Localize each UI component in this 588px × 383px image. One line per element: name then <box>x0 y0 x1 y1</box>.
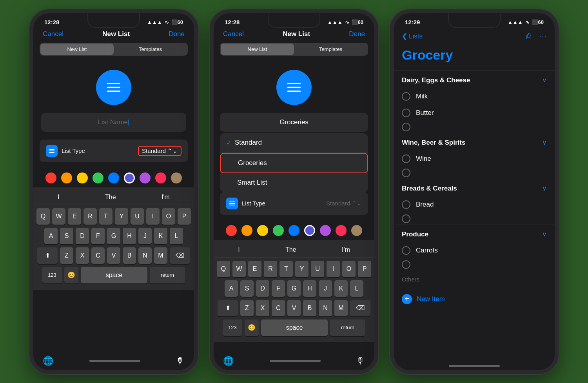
settings-row-2[interactable]: List Type Standard ⌃⌄ <box>220 192 368 215</box>
key-s-1[interactable]: S <box>60 228 73 244</box>
key-i-1[interactable]: I <box>146 208 160 225</box>
key-a-1[interactable]: A <box>44 228 58 244</box>
key-r-2[interactable]: R <box>264 261 277 277</box>
list-name-input-1[interactable]: List Name <box>41 113 186 132</box>
dropdown-standard-2[interactable]: ✓ Standard <box>220 133 368 153</box>
settings-row-1[interactable]: List Type Standard ⌃⌄ <box>40 140 188 162</box>
list-type-value-2[interactable]: Standard ⌃⌄ <box>326 200 362 207</box>
mic-icon-1[interactable]: 🎙 <box>176 356 185 366</box>
key-j-2[interactable]: J <box>319 280 332 297</box>
mic-icon-2[interactable]: 🎙 <box>356 356 365 366</box>
color-green-2[interactable] <box>273 225 284 236</box>
suggestion-im-1[interactable]: I'm <box>162 194 170 201</box>
more-icon-3[interactable]: ⋯ <box>539 32 547 41</box>
key-shift-1[interactable]: ⬆ <box>37 247 58 264</box>
key-t-2[interactable]: T <box>279 261 293 277</box>
cancel-button-2[interactable]: Cancel <box>223 30 244 38</box>
color-brown-2[interactable] <box>351 225 362 236</box>
suggestion-im-2[interactable]: I'm <box>342 246 350 253</box>
key-u-1[interactable]: U <box>131 208 144 225</box>
key-t-1[interactable]: T <box>99 208 113 225</box>
color-blue-2[interactable] <box>289 225 299 236</box>
key-c-1[interactable]: C <box>91 247 105 264</box>
key-e-2[interactable]: E <box>248 261 261 277</box>
section-dairy-header[interactable]: Dairy, Eggs & Cheese ∨ <box>394 71 555 88</box>
color-purple-1[interactable] <box>124 172 135 183</box>
carrots-checkbox[interactable] <box>402 246 410 255</box>
key-emoji-2[interactable]: 😊 <box>245 319 259 336</box>
list-type-value-1[interactable]: Standard ⌃⌄ <box>138 146 181 156</box>
key-h-2[interactable]: H <box>303 280 316 297</box>
color-violet-2[interactable] <box>320 225 331 236</box>
key-return-1[interactable]: return <box>150 267 185 283</box>
key-y-2[interactable]: Y <box>295 261 309 277</box>
cancel-button-1[interactable]: Cancel <box>43 30 64 38</box>
dropdown-groceries-2[interactable]: Groceries <box>220 153 368 173</box>
key-u-2[interactable]: U <box>311 261 324 277</box>
key-emoji-1[interactable]: 😊 <box>64 267 78 283</box>
section-produce-header[interactable]: Produce ∨ <box>394 225 555 242</box>
color-green-1[interactable] <box>93 172 103 183</box>
key-q-2[interactable]: Q <box>217 261 230 277</box>
key-b-1[interactable]: B <box>123 247 136 264</box>
key-backspace-2[interactable]: ⌫ <box>350 300 370 316</box>
segment-templates-2[interactable]: Templates <box>294 44 367 55</box>
butter-checkbox[interactable] <box>402 109 410 117</box>
key-o-2[interactable]: O <box>342 261 356 277</box>
key-r-1[interactable]: R <box>83 208 97 225</box>
key-backspace-1[interactable]: ⌫ <box>170 247 190 264</box>
key-l-1[interactable]: L <box>170 228 183 244</box>
color-pink-1[interactable] <box>155 172 166 183</box>
globe-icon-2[interactable]: 🌐 <box>223 356 234 366</box>
key-o-1[interactable]: O <box>162 208 175 225</box>
key-space-1[interactable]: space <box>81 267 147 283</box>
key-f-1[interactable]: F <box>91 228 105 244</box>
suggestion-i-2[interactable]: I <box>238 246 240 253</box>
key-v-1[interactable]: V <box>107 247 120 264</box>
key-w-2[interactable]: W <box>232 261 246 277</box>
section-wine-header[interactable]: Wine, Beer & Spirits ∨ <box>394 133 555 151</box>
key-y-1[interactable]: Y <box>115 208 128 225</box>
key-123-1[interactable]: 123 <box>42 267 62 283</box>
list-icon-1[interactable] <box>96 70 131 105</box>
key-m-1[interactable]: M <box>154 247 167 264</box>
key-m-2[interactable]: M <box>334 300 348 316</box>
key-n-2[interactable]: N <box>319 300 332 316</box>
key-123-2[interactable]: 123 <box>223 319 242 336</box>
key-c-2[interactable]: C <box>272 300 285 316</box>
segment-new-list-2[interactable]: New List <box>221 44 294 55</box>
key-a-2[interactable]: A <box>225 280 238 297</box>
share-icon-3[interactable]: ⎙ <box>526 32 531 41</box>
key-e-1[interactable]: E <box>68 208 81 225</box>
suggestion-the-1[interactable]: The <box>105 194 116 201</box>
suggestion-i-1[interactable]: I <box>58 194 59 201</box>
bread-checkbox[interactable] <box>402 200 410 209</box>
key-x-2[interactable]: X <box>256 300 269 316</box>
key-d-2[interactable]: D <box>256 280 269 297</box>
list-name-input-2[interactable]: Groceries <box>220 113 368 132</box>
milk-checkbox[interactable] <box>402 92 410 101</box>
color-orange-1[interactable] <box>61 172 72 183</box>
key-d-1[interactable]: D <box>76 228 89 244</box>
color-violet-1[interactable] <box>140 172 151 183</box>
key-q-1[interactable]: Q <box>36 208 50 225</box>
color-yellow-1[interactable] <box>77 172 88 183</box>
key-p-1[interactable]: P <box>178 208 191 225</box>
key-g-2[interactable]: G <box>287 280 301 297</box>
color-pink-2[interactable] <box>336 225 347 236</box>
key-f-2[interactable]: F <box>272 280 285 297</box>
key-k-1[interactable]: K <box>154 228 167 244</box>
globe-icon-1[interactable]: 🌐 <box>43 356 53 366</box>
dropdown-smartlist-2[interactable]: Smart List <box>220 173 368 192</box>
color-red-2[interactable] <box>226 225 237 236</box>
segment-new-list-1[interactable]: New List <box>40 44 114 55</box>
suggestion-the-2[interactable]: The <box>285 246 296 253</box>
key-b-2[interactable]: B <box>303 300 316 316</box>
done-button-1[interactable]: Done <box>169 30 185 38</box>
key-shift-2[interactable]: ⬆ <box>218 300 238 316</box>
new-item-row[interactable]: + New Item <box>394 289 555 309</box>
key-return-2[interactable]: return <box>330 319 365 336</box>
section-breads-header[interactable]: Breads & Cereals ∨ <box>394 179 555 196</box>
key-n-1[interactable]: N <box>138 247 152 264</box>
back-button-3[interactable]: ❮ Lists <box>402 32 423 40</box>
